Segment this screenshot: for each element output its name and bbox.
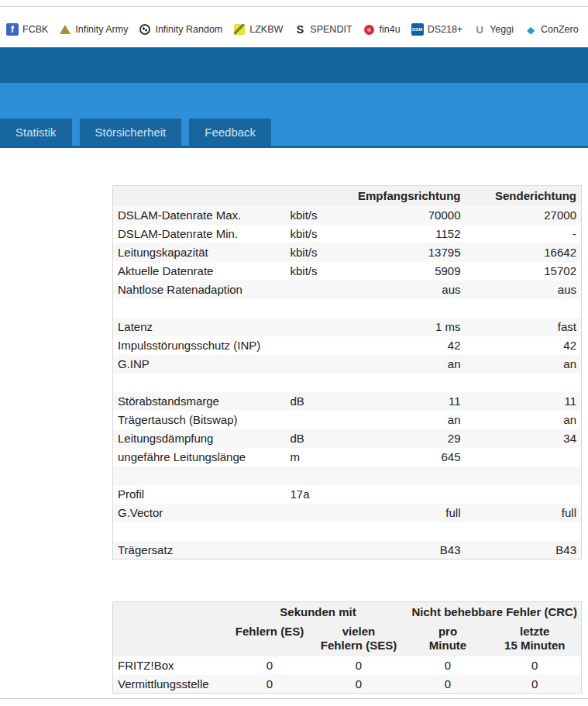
row-tx-value: aus — [466, 281, 582, 299]
bookmark-spendit[interactable]: S SPENDIT — [294, 23, 352, 36]
row-tx-value: 15702 — [466, 262, 582, 281]
row-label: ungefähre Leitungslänge — [113, 448, 286, 467]
row-es-value: 0 — [229, 675, 311, 694]
row-rx-value: 29 — [334, 429, 466, 448]
table-row: Latenz 1 ms fast — [113, 318, 582, 336]
error-header-last15: letzte 15 Minuten — [489, 622, 582, 656]
header-band-light: Statistik Störsicherheit Feedback — [0, 83, 588, 148]
table-row: G.INP an an — [113, 355, 582, 374]
row-label: G.INP — [113, 355, 286, 374]
dsl-header-rx: Empfangsrichtung — [334, 186, 466, 206]
bookmark-lzkbw[interactable]: LZKBW — [233, 23, 283, 36]
dsl-table-body: DSLAM-Datenrate Max. kbit/s 70000 27000 … — [113, 206, 582, 560]
error-col-header-row: Fehlern (ES) vielen Fehlern (SES) pro Mi… — [113, 622, 582, 656]
bookmark-label: LZKBW — [249, 24, 283, 35]
row-rx-value: 13795 — [334, 243, 466, 262]
error-header-empty — [113, 622, 229, 656]
row-rx-value: 70000 — [334, 206, 466, 225]
main-content: Empfangsrichtung Senderichtung DSLAM-Dat… — [0, 148, 588, 699]
row-label: DSLAM-Datenrate Max. — [113, 206, 286, 225]
row-es-value: 0 — [229, 656, 311, 675]
table-row — [113, 467, 582, 485]
dsl-info-table: Empfangsrichtung Senderichtung DSLAM-Dat… — [112, 185, 582, 560]
bookmark-fin4u[interactable]: fin4u — [363, 23, 401, 36]
row-label: FRITZ!Box — [113, 656, 229, 675]
row-unit: kbit/s — [286, 243, 334, 262]
header-band-dark — [0, 47, 588, 83]
bookmark-label: FCBK — [22, 24, 48, 35]
facebook-icon: f — [6, 23, 19, 36]
bookmark-label: DS218+ — [428, 24, 463, 35]
row-unit — [286, 541, 334, 560]
bookmark-conzero[interactable]: ◆ ConZero — [524, 23, 579, 36]
row-label: Aktuelle Datenrate — [113, 262, 286, 281]
row-ses-value: 0 — [311, 675, 407, 694]
row-rx-value — [334, 374, 466, 392]
teal-diamond-icon: ◆ — [524, 23, 537, 36]
bookmark-yeggi[interactable]: U Yeggi — [473, 23, 514, 36]
row-tx-value: 27000 — [466, 206, 582, 225]
row-label: Leitungsdämpfung — [113, 429, 286, 448]
bookmark-label: Infinity Army — [75, 24, 128, 35]
row-rx-value: full — [334, 504, 466, 522]
row-rx-value: aus — [334, 281, 466, 299]
dsl-header-empty — [286, 186, 334, 206]
table-row: DSLAM-Datenrate Max. kbit/s 70000 27000 — [113, 206, 582, 225]
row-label: DSLAM-Datenrate Min. — [113, 225, 286, 243]
error-table-wrap: Sekunden mit Nicht behebbare Fehler (CRC… — [112, 601, 581, 694]
error-header-ses: vielen Fehlern (SES) — [311, 622, 407, 656]
row-label — [113, 299, 286, 318]
row-tx-value: an — [466, 355, 582, 374]
error-counter-table: Sekunden mit Nicht behebbare Fehler (CRC… — [112, 601, 582, 694]
row-per-minute-value: 0 — [407, 675, 489, 694]
row-unit — [286, 522, 334, 541]
row-label: Trägersatz — [113, 541, 286, 560]
row-unit: 17a — [286, 485, 334, 504]
row-per-minute-value: 0 — [407, 656, 489, 675]
row-rx-value — [334, 299, 466, 318]
bookmark-infinity-army[interactable]: Infinity Army — [59, 23, 128, 36]
row-label: Vermittlungsstelle — [113, 675, 229, 694]
table-row: ungefähre Leitungslänge m 645 — [113, 448, 582, 467]
row-ses-value: 0 — [311, 656, 407, 675]
row-tx-value: 42 — [466, 336, 582, 355]
letter-s-icon: S — [294, 23, 306, 36]
row-rx-value: an — [334, 411, 466, 429]
row-unit — [286, 467, 334, 485]
tab-stoersicherheit[interactable]: Störsicherheit — [80, 119, 182, 146]
letter-u-icon: U — [473, 23, 486, 36]
table-row: FRITZ!Box 0 0 0 0 — [113, 656, 582, 675]
row-unit — [286, 336, 334, 355]
row-tx-value — [466, 374, 582, 392]
row-rx-value: 11 — [334, 392, 466, 411]
row-tx-value: full — [466, 504, 582, 522]
row-label: Impulsstörungsschutz (INP) — [113, 336, 286, 355]
row-tx-value — [466, 467, 582, 485]
bookmark-ds218[interactable]: DSM DS218+ — [411, 23, 463, 36]
row-unit — [286, 299, 334, 318]
error-group-seconds: Sekunden mit — [229, 602, 407, 622]
bookmark-label: fin4u — [380, 24, 401, 35]
row-tx-value — [466, 299, 582, 318]
bookmark-label: SPENDIT — [310, 24, 352, 35]
bookmark-infinity-random[interactable]: Infinity Random — [139, 23, 222, 36]
row-tx-value: an — [466, 411, 582, 429]
bookmark-label: ConZero — [541, 24, 579, 35]
dsm-badge-icon: DSM — [411, 23, 424, 36]
row-rx-value: an — [334, 355, 466, 374]
error-group-header-row: Sekunden mit Nicht behebbare Fehler (CRC… — [113, 602, 582, 622]
row-label: G.Vector — [113, 504, 286, 522]
tab-statistik[interactable]: Statistik — [0, 119, 72, 146]
tab-feedback[interactable]: Feedback — [189, 119, 271, 146]
table-row: Vermittlungsstelle 0 0 0 0 — [113, 675, 582, 694]
row-rx-value: 5909 — [334, 262, 466, 281]
table-row — [113, 522, 582, 541]
row-tx-value — [466, 485, 582, 504]
row-unit: kbit/s — [286, 225, 334, 243]
dsl-header-tx: Senderichtung — [466, 186, 582, 206]
row-rx-value: 645 — [334, 448, 466, 467]
circle-pattern-icon — [139, 23, 151, 36]
row-unit: m — [286, 448, 334, 467]
bookmark-fcbk[interactable]: f FCBK — [6, 23, 48, 36]
table-row: Leitungskapazität kbit/s 13795 16642 — [113, 243, 582, 262]
